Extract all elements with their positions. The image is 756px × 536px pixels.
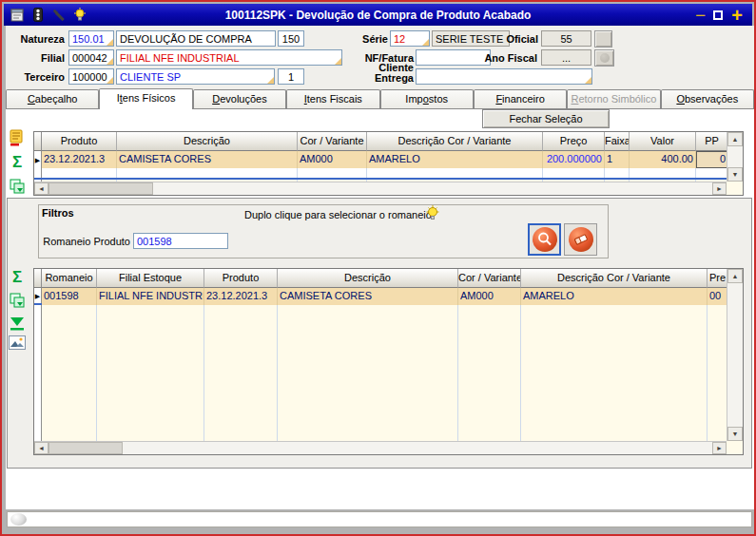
scroll-right-button[interactable]: ► <box>712 442 727 454</box>
column-header[interactable]: Descrição <box>117 132 298 151</box>
scroll-left-button[interactable]: ◄ <box>34 182 48 195</box>
nf-fatura-field[interactable] <box>416 49 491 66</box>
scroll-thumb[interactable] <box>48 182 153 195</box>
column-header[interactable]: Cor / Variante <box>298 132 367 151</box>
status-sphere-icon <box>10 513 27 526</box>
form-icon[interactable] <box>10 8 25 23</box>
tab-observacoes[interactable]: Observações <box>661 89 754 108</box>
column-header[interactable]: Descrição Cor / Variante <box>521 269 708 288</box>
app-window: 100112SPK - Devolução de Compra de Produ… <box>0 0 756 536</box>
lookup-corner-icon <box>107 58 113 65</box>
image-icon[interactable] <box>8 333 27 352</box>
row-indicator <box>34 168 42 178</box>
cell[interactable]: 400.00 <box>630 151 696 168</box>
empty-column <box>521 305 708 441</box>
empty-column <box>630 168 696 178</box>
filial-label: Filial <box>2 52 65 64</box>
romaneio-grid-vscrollbar[interactable]: ▲ ▼ <box>727 269 743 441</box>
arrow-down-bar-icon[interactable] <box>8 314 27 333</box>
cell[interactable]: 1 <box>605 151 630 168</box>
sum-icon[interactable]: Σ <box>8 152 27 171</box>
cliente-entrega-field[interactable] <box>416 68 592 85</box>
cell[interactable]: 00 <box>708 288 727 305</box>
column-header[interactable]: Produto <box>42 132 117 151</box>
column-header[interactable]: Produto <box>204 269 278 288</box>
cell[interactable]: 23.12.2021.3 <box>204 288 278 305</box>
cell[interactable]: 23.12.2021.3 <box>42 151 117 168</box>
status-bar <box>7 511 752 527</box>
column-header[interactable]: Pre <box>708 269 727 288</box>
cell[interactable]: FILIAL NFE INDUSTRIAL <box>97 288 204 305</box>
notes-icon[interactable] <box>8 128 27 147</box>
items-grid-hscrollbar[interactable]: ◄ ► <box>34 182 727 195</box>
cell[interactable]: 0 <box>696 151 727 168</box>
wrench-icon[interactable] <box>51 8 67 23</box>
natureza-extra-field[interactable] <box>278 30 304 47</box>
natureza-desc-field[interactable] <box>116 30 276 47</box>
scroll-track[interactable] <box>727 283 743 427</box>
column-header[interactable]: Romaneio <box>42 269 97 288</box>
cell[interactable]: AMARELO <box>521 288 708 305</box>
scroll-left-button[interactable]: ◄ <box>34 442 48 454</box>
column-header[interactable]: Faixa <box>605 132 630 151</box>
scroll-down-button[interactable]: ▼ <box>727 427 743 441</box>
search-button[interactable] <box>528 223 561 256</box>
terceiro-extra-field[interactable] <box>278 68 304 85</box>
tab-financeiro[interactable]: Financeiro <box>474 89 567 108</box>
cell[interactable]: AMARELO <box>367 151 543 168</box>
fechar-selecao-button[interactable]: Fechar Seleção <box>482 109 610 128</box>
lookup-corner-icon <box>267 77 274 84</box>
tab-impostos[interactable]: Impostos <box>380 89 474 108</box>
column-header[interactable]: PP <box>696 132 727 151</box>
romaneio-grid-hscrollbar[interactable]: ◄ ► <box>34 441 727 454</box>
items-grid-vscrollbar[interactable]: ▲ ▼ <box>727 132 743 182</box>
minimize-button[interactable]: ─ <box>696 10 705 20</box>
tab-devolucoes[interactable]: Devoluções <box>193 89 286 108</box>
column-header[interactable]: Filial Estoque <box>97 269 204 288</box>
clear-button[interactable] <box>564 223 597 256</box>
cell[interactable]: 001598 <box>42 288 97 305</box>
romaneio-grid-header: RomaneioFilial EstoqueProdutoDescriçãoCo… <box>34 269 727 288</box>
tab-bar: CabeçalhoItens FísicosDevoluçõesItens Fi… <box>6 87 754 108</box>
column-header[interactable]: Cor / Variante <box>458 269 521 288</box>
scroll-track[interactable] <box>153 182 712 195</box>
current-row-marker: ▶ <box>35 293 40 299</box>
cell[interactable]: CAMISETA CORES <box>278 288 458 305</box>
restore-button[interactable] <box>713 10 723 20</box>
cell[interactable]: AM000 <box>298 151 367 168</box>
terceiro-label: Terceiro <box>2 71 65 83</box>
close-button[interactable]: + <box>731 9 743 22</box>
traffic-light-icon[interactable] <box>30 8 46 23</box>
bulb-icon[interactable] <box>72 8 87 23</box>
scroll-track[interactable] <box>123 442 712 454</box>
oficial-browse-button[interactable] <box>594 30 612 48</box>
column-header[interactable]: Preço <box>543 132 605 151</box>
cell[interactable]: CAMISETA CORES <box>117 151 298 168</box>
copy-grid-icon[interactable] <box>8 177 27 196</box>
tab-retorno-simbolico: Retorno Simbólico <box>567 89 660 108</box>
sum-icon[interactable]: Σ <box>8 267 27 286</box>
ano-fiscal-browse-button[interactable] <box>594 49 614 67</box>
filial-desc-field[interactable] <box>116 49 342 66</box>
tab-itens-fisicos[interactable]: Itens Físicos <box>99 88 192 109</box>
scroll-up-button[interactable]: ▲ <box>727 132 743 146</box>
column-header[interactable]: Descrição <box>278 269 458 288</box>
romaneio-produto-field[interactable] <box>133 233 228 249</box>
tab-itens-fiscais[interactable]: Itens Fiscais <box>286 89 379 108</box>
column-header[interactable]: Descrição Cor / Variante <box>367 132 543 151</box>
scroll-up-button[interactable]: ▲ <box>727 269 743 283</box>
scroll-down-button[interactable]: ▼ <box>727 167 743 182</box>
natureza-label: Natureza <box>2 33 65 45</box>
scroll-track[interactable] <box>727 146 743 167</box>
terceiro-desc-field[interactable] <box>116 68 275 85</box>
cell[interactable]: 200.000000 <box>543 151 605 168</box>
tab-cabecalho[interactable]: Cabeçalho <box>6 89 99 108</box>
titlebar-toolbar <box>10 8 87 23</box>
ano-fiscal-field[interactable] <box>541 49 591 66</box>
column-header[interactable]: Valor <box>630 132 696 151</box>
scroll-right-button[interactable]: ► <box>712 182 727 195</box>
oficial-field[interactable] <box>541 30 591 47</box>
cell[interactable]: AM000 <box>458 288 521 305</box>
scroll-thumb[interactable] <box>48 442 123 454</box>
copy-grid-icon[interactable] <box>8 291 27 310</box>
